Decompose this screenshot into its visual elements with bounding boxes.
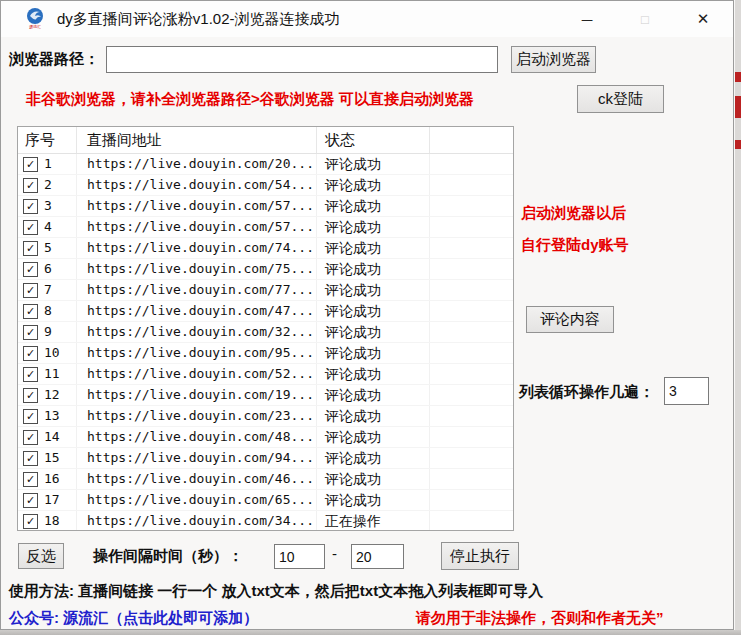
table-body: ✓1https://live.douyin.com/20...评论成功✓2htt… xyxy=(18,154,513,531)
row-status: 评论成功 xyxy=(317,364,430,384)
close-icon[interactable]: ✕ xyxy=(681,1,725,37)
row-status: 评论成功 xyxy=(317,448,430,468)
row-index-cell: ✓13 xyxy=(18,406,77,426)
table-row[interactable]: ✓10https://live.douyin.com/95...评论成功 xyxy=(18,343,513,364)
after-launch-hint-2: 自行登陆dy账号 xyxy=(521,236,629,255)
table-row[interactable]: ✓5https://live.douyin.com/74...评论成功 xyxy=(18,238,513,259)
row-index-cell: ✓7 xyxy=(18,280,77,300)
row-number: 17 xyxy=(44,490,60,510)
interval-max-input[interactable] xyxy=(351,544,404,569)
row-checkbox[interactable]: ✓ xyxy=(23,472,38,487)
row-checkbox[interactable]: ✓ xyxy=(23,220,38,235)
wechat-account-link[interactable]: 公众号: 源流汇（点击此处即可添加） xyxy=(9,609,258,628)
row-number: 4 xyxy=(44,217,52,237)
usage-instructions: 使用方法: 直播间链接 一行一个 放入txt文本，然后把txt文本拖入列表框即可… xyxy=(9,582,543,601)
row-status: 评论成功 xyxy=(317,469,430,489)
row-checkbox[interactable]: ✓ xyxy=(23,493,38,508)
table-row[interactable]: ✓2https://live.douyin.com/54...评论成功 xyxy=(18,175,513,196)
table-row[interactable]: ✓13https://live.douyin.com/23...评论成功 xyxy=(18,406,513,427)
row-checkbox[interactable]: ✓ xyxy=(23,514,38,529)
table-row[interactable]: ✓18https://live.douyin.com/34...正在操作 xyxy=(18,511,513,531)
row-number: 6 xyxy=(44,259,52,279)
stop-execution-button[interactable]: 停止执行 xyxy=(441,542,519,570)
row-checkbox[interactable]: ✓ xyxy=(23,304,38,319)
row-url: https://live.douyin.com/32... xyxy=(77,322,317,342)
row-index-cell: ✓3 xyxy=(18,196,77,216)
interval-min-input[interactable] xyxy=(274,544,325,569)
legal-warning: 请勿用于非法操作，否则和作者无关” xyxy=(416,609,664,628)
row-empty-cell xyxy=(430,154,513,174)
row-index-cell: ✓11 xyxy=(18,364,77,384)
row-checkbox[interactable]: ✓ xyxy=(23,325,38,340)
row-index-cell: ✓6 xyxy=(18,259,77,279)
row-url: https://live.douyin.com/47... xyxy=(77,301,317,321)
row-empty-cell xyxy=(430,259,513,279)
row-url: https://live.douyin.com/23... xyxy=(77,406,317,426)
row-number: 5 xyxy=(44,238,52,258)
row-index-cell: ✓5 xyxy=(18,238,77,258)
comment-content-button[interactable]: 评论内容 xyxy=(526,306,614,333)
table-row[interactable]: ✓4https://live.douyin.com/57...评论成功 xyxy=(18,217,513,238)
row-checkbox[interactable]: ✓ xyxy=(23,157,38,172)
row-number: 8 xyxy=(44,301,52,321)
row-status: 评论成功 xyxy=(317,196,430,216)
row-index-cell: ✓12 xyxy=(18,385,77,405)
table-row[interactable]: ✓14https://live.douyin.com/48...评论成功 xyxy=(18,427,513,448)
row-status: 评论成功 xyxy=(317,343,430,363)
row-url: https://live.douyin.com/95... xyxy=(77,343,317,363)
row-number: 14 xyxy=(44,427,60,447)
row-url: https://live.douyin.com/74... xyxy=(77,238,317,258)
table-row[interactable]: ✓7https://live.douyin.com/77...评论成功 xyxy=(18,280,513,301)
row-status: 评论成功 xyxy=(317,385,430,405)
live-room-table[interactable]: 序号 直播间地址 状态 ✓1https://live.douyin.com/20… xyxy=(17,126,514,531)
invert-selection-button[interactable]: 反选 xyxy=(18,543,64,569)
row-index-cell: ✓14 xyxy=(18,427,77,447)
row-checkbox[interactable]: ✓ xyxy=(23,451,38,466)
table-row[interactable]: ✓9https://live.douyin.com/32...评论成功 xyxy=(18,322,513,343)
row-empty-cell xyxy=(430,511,513,531)
row-status: 评论成功 xyxy=(317,406,430,426)
table-row[interactable]: ✓8https://live.douyin.com/47...评论成功 xyxy=(18,301,513,322)
header-empty xyxy=(430,127,513,153)
window-title: dy多直播间评论涨粉v1.02-浏览器连接成功 xyxy=(57,10,340,29)
row-empty-cell xyxy=(430,364,513,384)
table-row[interactable]: ✓3https://live.douyin.com/57...评论成功 xyxy=(18,196,513,217)
row-index-cell: ✓1 xyxy=(18,154,77,174)
browser-hint-text: 非谷歌浏览器，请补全浏览器路径>谷歌浏览器 可以直接启动浏览器 xyxy=(26,90,474,109)
ck-login-button[interactable]: ck登陆 xyxy=(577,85,664,113)
row-checkbox[interactable]: ✓ xyxy=(23,241,38,256)
interval-separator: - xyxy=(332,545,337,562)
table-row[interactable]: ✓11https://live.douyin.com/52...评论成功 xyxy=(18,364,513,385)
row-checkbox[interactable]: ✓ xyxy=(23,388,38,403)
row-checkbox[interactable]: ✓ xyxy=(23,346,38,361)
table-row[interactable]: ✓17https://live.douyin.com/65...评论成功 xyxy=(18,490,513,511)
row-checkbox[interactable]: ✓ xyxy=(23,262,38,277)
table-row[interactable]: ✓1https://live.douyin.com/20...评论成功 xyxy=(18,154,513,175)
row-checkbox[interactable]: ✓ xyxy=(23,178,38,193)
row-checkbox[interactable]: ✓ xyxy=(23,409,38,424)
row-status: 评论成功 xyxy=(317,238,430,258)
minimize-icon[interactable]: ─ xyxy=(565,1,609,37)
launch-browser-button[interactable]: 启动浏览器 xyxy=(511,46,596,73)
table-row[interactable]: ✓15https://live.douyin.com/94...评论成功 xyxy=(18,448,513,469)
row-status: 评论成功 xyxy=(317,280,430,300)
app-window: 源流汇 dy多直播间评论涨粉v1.02-浏览器连接成功 ─ □ ✕ 浏览器路径：… xyxy=(0,0,734,630)
row-number: 18 xyxy=(44,511,60,531)
table-row[interactable]: ✓12https://live.douyin.com/19...评论成功 xyxy=(18,385,513,406)
title-bar: 源流汇 dy多直播间评论涨粉v1.02-浏览器连接成功 ─ □ ✕ xyxy=(1,1,733,37)
browser-path-input[interactable] xyxy=(106,46,498,73)
table-row[interactable]: ✓6https://live.douyin.com/75...评论成功 xyxy=(18,259,513,280)
row-checkbox[interactable]: ✓ xyxy=(23,283,38,298)
row-empty-cell xyxy=(430,238,513,258)
row-number: 15 xyxy=(44,448,60,468)
row-checkbox[interactable]: ✓ xyxy=(23,367,38,382)
row-url: https://live.douyin.com/54... xyxy=(77,175,317,195)
row-checkbox[interactable]: ✓ xyxy=(23,199,38,214)
row-checkbox[interactable]: ✓ xyxy=(23,430,38,445)
table-row[interactable]: ✓16https://live.douyin.com/46...评论成功 xyxy=(18,469,513,490)
row-empty-cell xyxy=(430,217,513,237)
loop-count-input[interactable] xyxy=(664,377,709,405)
row-url: https://live.douyin.com/75... xyxy=(77,259,317,279)
row-status: 评论成功 xyxy=(317,259,430,279)
row-number: 1 xyxy=(44,154,52,174)
